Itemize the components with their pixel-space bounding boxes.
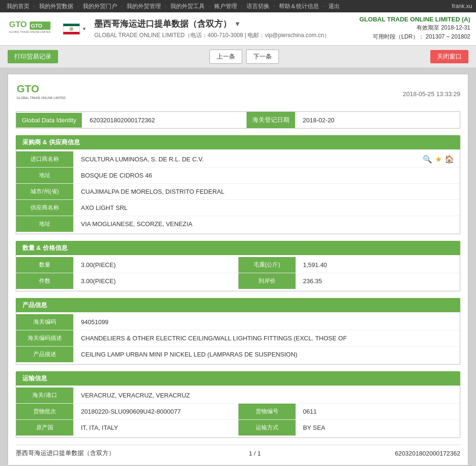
svg-text:GLOBAL TRADE ONLINE LIMITED: GLOBAL TRADE ONLINE LIMITED xyxy=(9,30,50,33)
close-button-top[interactable]: 关闭窗口 xyxy=(430,50,468,63)
product-desc-label: 产品描述 xyxy=(16,347,73,362)
supplier-name-value: AXO LIGHT SRL xyxy=(73,200,460,216)
nav-buttons: 上一条 下一条 xyxy=(209,50,279,64)
supplier-name-label: 供应商名称 xyxy=(16,200,73,216)
record-datetime: 2018-05-25 13:33:29 xyxy=(403,90,460,98)
transport-method-half: 运输方式 BY SEA xyxy=(238,420,460,436)
nav-trade-data[interactable]: 我的外贸数据 xyxy=(36,2,76,10)
origin-half: 原产国 IT, ITA, ITALY xyxy=(16,420,238,436)
pieces-price-row: 件数 3.00(PIECE) 到岸价 236.35 xyxy=(16,273,460,289)
supplier-address-row: 地址 VIA MOGLIANESE, SCORZE, VENEZIA xyxy=(16,216,460,232)
nav-logout[interactable]: 退出 xyxy=(326,2,343,10)
importer-city-label: 城市/州(省) xyxy=(16,184,73,199)
quantity-price-section: 数量 & 价格信息 数量 3.00(PIECE) 毛重(公斤) 1,591.40… xyxy=(16,241,460,291)
hs-desc-value: CHANDELIERS & OTHER ELECTRIC CEILING/WAL… xyxy=(73,330,460,346)
ldr-info: 可用时段（LDR）： 201307 ~ 201802 xyxy=(359,33,470,41)
header-bar: GTO GLOBAL TRADE ONLINE LIMITED GTO ▼ 墨西… xyxy=(0,12,476,46)
main-content: GTO GLOBAL TRADE ONLINE LIMITED 2018-05-… xyxy=(0,68,476,466)
arrival-price-value: 236.35 xyxy=(296,273,460,289)
pieces-value: 3.00(PIECE) xyxy=(73,273,238,289)
hs-desc-label: 海关编码描述 xyxy=(16,330,73,346)
mexico-flag xyxy=(63,23,80,35)
svg-text:GTO: GTO xyxy=(30,22,42,28)
supplier-name-row: 供应商名称 AXO LIGHT SRL xyxy=(16,200,460,216)
importer-city-row: 城市/州(省) CUAJIMALPA DE MORELOS, DISTRITO … xyxy=(16,184,460,200)
hs-code-label: 海关编码 xyxy=(16,314,73,330)
gdi-label: Global Data Identity xyxy=(16,113,82,128)
top-navigation: 我的首页 - 我的外贸数据 - 我的外贸门户 - 我的外贸管理 - 我的外贸工具… xyxy=(0,0,476,12)
home-icon[interactable]: 🏠 xyxy=(445,155,454,164)
cargo-batch-value: 20180220-SLU090609U42-8000077 xyxy=(73,404,238,419)
quantity-value: 3.00(PIECE) xyxy=(73,257,238,273)
importer-address-value: BOSQUE DE CIDROS 46 xyxy=(73,168,460,183)
product-desc-value: CEILING LAMP URBAN MINI P NICKEL LED (LA… xyxy=(73,347,460,362)
nav-home[interactable]: 我的首页 xyxy=(4,2,32,10)
nav-tools[interactable]: 我的外贸工具 xyxy=(168,2,208,10)
origin-transport-row: 原产国 IT, ITA, ITALY 运输方式 BY SEA xyxy=(16,420,460,436)
flag-area: ▼ xyxy=(63,23,87,35)
card-logo: GTO GLOBAL TRADE ONLINE LIMITED xyxy=(16,82,73,106)
next-button-top[interactable]: 下一条 xyxy=(246,50,279,64)
customs-date-value: 2018-02-20 xyxy=(295,113,460,128)
flag-white-stripe xyxy=(63,26,79,32)
identity-row: Global Data Identity 6203201802000172362… xyxy=(16,111,460,129)
title-arrow[interactable]: ▼ xyxy=(234,20,241,28)
transport-section: 运输信息 海关/港口 VERACRUZ, VERACRUZ, VERACRUZ … xyxy=(16,371,460,438)
weight-value: 1,591.40 xyxy=(296,257,460,273)
product-desc-row: 产品描述 CEILING LAMP URBAN MINI P NICKEL LE… xyxy=(16,347,460,362)
footer-title: 墨西哥海运进口提单数据（含双方） xyxy=(16,449,115,457)
search-icon[interactable]: 🔍 xyxy=(423,155,432,164)
hs-desc-row: 海关编码描述 CHANDELIERS & OTHER ELECTRIC CEIL… xyxy=(16,330,460,347)
svg-text:GTO: GTO xyxy=(17,83,39,95)
account-company-name: GLOBAL TRADE ONLINE LIMITED (A) xyxy=(359,16,470,23)
valid-until: 有效期至 2018-12-31 xyxy=(359,24,470,32)
star-icon[interactable]: ★ xyxy=(435,155,442,164)
footer-page: 1 / 1 xyxy=(249,450,261,457)
importer-name-row: 进口商名称 SCULTURA LUMINOSA, S. DE R.L. DE C… xyxy=(16,151,460,168)
transport-method-label: 运输方式 xyxy=(238,420,296,436)
nav-management[interactable]: 我的外贸管理 xyxy=(124,2,164,10)
cargo-number-label: 货物编号 xyxy=(238,404,296,419)
footer-id: 6203201802000172362 xyxy=(395,450,460,457)
arrival-price-half: 到岸价 236.35 xyxy=(238,273,460,289)
nav-help[interactable]: 帮助＆统计信息 xyxy=(276,2,322,10)
origin-value: IT, ITA, ITALY xyxy=(73,420,238,436)
svg-text:GTO: GTO xyxy=(9,20,26,29)
header-account-info: GLOBAL TRADE ONLINE LIMITED (A) 有效期至 201… xyxy=(359,16,470,42)
header-contact: GLOBAL TRADE ONLINE LIMITED（电话：400-710-3… xyxy=(94,31,359,40)
cargo-number-half: 货物编号 0611 xyxy=(238,404,460,419)
port-label: 海关/港口 xyxy=(16,387,73,403)
nav-portal[interactable]: 我的外贸门户 xyxy=(80,2,120,10)
card-footer: 墨西哥海运进口提单数据（含双方） 1 / 1 62032018020001723… xyxy=(16,445,460,457)
logo-area: GTO GLOBAL TRADE ONLINE LIMITED GTO xyxy=(6,18,53,40)
print-button-top[interactable]: 打印贸易记录 xyxy=(8,50,58,63)
svg-point-5 xyxy=(69,27,73,31)
print-area: 打印贸易记录 xyxy=(8,50,58,63)
product-section: 产品信息 海关编码 94051099 海关编码描述 CHANDELIERS & … xyxy=(16,298,460,365)
flag-dropdown[interactable]: ▼ xyxy=(82,26,87,31)
arrival-price-label: 到岸价 xyxy=(238,273,296,289)
cargo-batch-row: 货物批次 20180220-SLU090609U42-8000077 货物编号 … xyxy=(16,404,460,420)
hs-code-value: 94051099 xyxy=(73,314,460,330)
gdi-value: 6203201802000172362 xyxy=(82,113,247,128)
origin-label: 原产国 xyxy=(16,420,73,436)
weight-half: 毛重(公斤) 1,591.40 xyxy=(238,257,460,273)
port-row: 海关/港口 VERACRUZ, VERACRUZ, VERACRUZ xyxy=(16,387,460,404)
transport-body: 海关/港口 VERACRUZ, VERACRUZ, VERACRUZ 货物批次 … xyxy=(16,386,460,438)
importer-city-value: CUAJIMALPA DE MORELOS, DISTRITO FEDERAL xyxy=(73,184,460,199)
supplier-address-label: 地址 xyxy=(16,216,73,232)
nav-items: 我的首页 - 我的外贸数据 - 我的外贸门户 - 我的外贸管理 - 我的外贸工具… xyxy=(4,2,343,10)
customs-date-label: 海关登记日期 xyxy=(247,112,295,128)
nav-language[interactable]: 语言切换 xyxy=(244,2,272,10)
nav-account[interactable]: 账户管理 xyxy=(211,2,240,10)
prev-button-top[interactable]: 上一条 xyxy=(209,50,242,64)
transport-method-value: BY SEA xyxy=(296,420,460,436)
flag-red-stripe xyxy=(63,32,79,34)
svg-text:GLOBAL TRADE ONLINE LIMITED: GLOBAL TRADE ONLINE LIMITED xyxy=(17,96,66,99)
card-header: GTO GLOBAL TRADE ONLINE LIMITED 2018-05-… xyxy=(16,82,460,106)
product-body: 海关编码 94051099 海关编码描述 CHANDELIERS & OTHER… xyxy=(16,312,460,365)
cargo-number-value: 0611 xyxy=(296,404,460,419)
record-card: GTO GLOBAL TRADE ONLINE LIMITED 2018-05-… xyxy=(8,74,468,466)
cargo-batch-label: 货物批次 xyxy=(16,404,73,419)
weight-label: 毛重(公斤) xyxy=(238,257,296,273)
